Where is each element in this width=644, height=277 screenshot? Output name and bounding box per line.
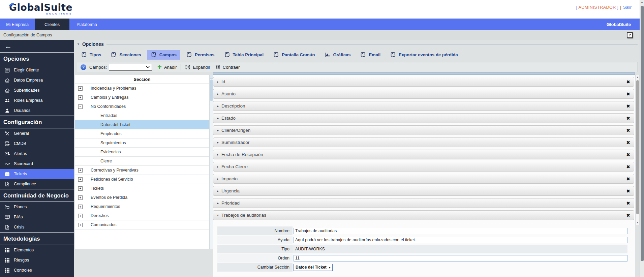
scroll-thumb[interactable] — [636, 80, 639, 214]
sidebar-item-crisis[interactable]: Crisis — [0, 222, 74, 232]
plus-icon[interactable]: + — [157, 64, 162, 70]
tree-row-tickets[interactable]: +Tickets — [75, 184, 209, 193]
tab-exportar-eventos[interactable]: Exportar eventos de pérdida — [387, 50, 462, 60]
close-icon[interactable]: ✖ — [626, 176, 630, 182]
field-bar-trabajos-auditorias[interactable]: ▾Trabajos de auditorias✖ — [213, 210, 634, 220]
expand-icon[interactable] — [185, 64, 190, 70]
scroll-thumb[interactable] — [210, 80, 213, 101]
nav-item-clientes[interactable]: Clientes — [35, 19, 69, 30]
sidebar-item-usuarios[interactable]: Usuarios — [0, 105, 74, 116]
sidebar-item-auditorias[interactable]: Auditorías — [0, 275, 74, 277]
tab-email[interactable]: Email — [357, 50, 384, 60]
tree-row-comunicados[interactable]: +Comunicados — [75, 220, 209, 229]
close-icon[interactable]: ✖ — [626, 164, 630, 170]
sidebar-item-alertas[interactable]: Alertas — [0, 149, 74, 159]
close-icon[interactable]: ✖ — [626, 140, 630, 145]
tree-row-cierre[interactable]: Cierre — [75, 157, 209, 166]
field-bar-suministrador[interactable]: ▸Suministrador✖ — [213, 137, 634, 147]
page-scrollbar[interactable]: ▲ — [640, 0, 644, 277]
close-icon[interactable]: ✖ — [626, 188, 630, 194]
collapse-icon[interactable] — [215, 64, 220, 70]
sidebar-item-general[interactable]: General — [0, 128, 74, 138]
sidebar-item-tickets[interactable]: Tickets — [0, 169, 74, 179]
sidebar-item-planes[interactable]: Planes — [0, 202, 74, 212]
expand-toggle[interactable]: + — [78, 214, 83, 218]
expand-toggle[interactable]: + — [78, 86, 83, 91]
field-bar-fecha-recepcion[interactable]: ▸Fecha de Recepción✖ — [213, 150, 634, 159]
fields-scrollbar[interactable]: ▲ ▼ — [636, 75, 640, 225]
close-icon[interactable]: ✖ — [626, 116, 630, 121]
close-icon[interactable]: ✖ — [626, 213, 630, 218]
field-bar-estado[interactable]: ▸Estado✖ — [213, 113, 634, 123]
sidebar-item-cmdb[interactable]: CMDB — [0, 138, 74, 149]
tree-row-seguimientos[interactable]: Seguimientos — [75, 138, 209, 148]
add-button[interactable]: Añadir — [164, 65, 177, 70]
collapse-toggle[interactable]: − — [78, 104, 83, 109]
expand-button[interactable]: Expandir — [193, 65, 210, 70]
nombre-input[interactable] — [294, 228, 627, 234]
field-bar-id[interactable]: ▸Id✖ — [213, 77, 634, 87]
tree-row-cambios[interactable]: +Cambios y Entregas — [75, 93, 209, 102]
tree-row-correctivas[interactable]: +Correctivas y Preventivas — [75, 166, 209, 175]
close-icon[interactable]: ✖ — [626, 128, 630, 133]
cambiar-seccion-select[interactable]: Datos del Ticket ▾ — [294, 264, 333, 271]
close-icon[interactable]: ✖ — [626, 79, 630, 85]
tree-row-entradas[interactable]: Entradas — [75, 111, 209, 120]
scroll-down-button[interactable]: ▼ — [636, 221, 639, 225]
close-icon[interactable]: ✖ — [626, 152, 630, 157]
expand-toggle[interactable]: + — [78, 186, 83, 191]
tab-tabla-principal[interactable]: Tabla Principal — [221, 50, 268, 60]
tree-row-requerimientos[interactable]: +Requerimientos — [75, 202, 209, 211]
orden-input[interactable] — [294, 255, 627, 261]
expand-toggle[interactable]: + — [78, 223, 83, 227]
close-icon[interactable]: ✖ — [626, 103, 630, 109]
scroll-up-button[interactable]: ▲ — [636, 75, 639, 79]
sidebar-item-datos-empresa[interactable]: Datos Empresa — [0, 75, 74, 85]
tree-row-derechos[interactable]: +Derechos — [75, 211, 209, 220]
field-bar-impacto[interactable]: ▸Impacto✖ — [213, 174, 634, 184]
sidebar-item-controles[interactable]: Controles — [0, 265, 74, 275]
sidebar-item-roles-empresa[interactable]: Roles Empresa — [0, 95, 74, 105]
tab-tipos[interactable]: Tipos — [78, 50, 105, 60]
sidebar-item-riesgos[interactable]: Riesgos — [0, 255, 74, 265]
nav-item-mi-empresa[interactable]: Mi Empresa — [0, 19, 35, 30]
globalsuite-logo[interactable]: GlobalSuite SOLUTIONS — [9, 2, 72, 15]
sidebar-item-bias[interactable]: BIAs — [0, 212, 74, 222]
scroll-up-button[interactable]: ▲ — [640, 0, 644, 5]
tab-pantalla-comun[interactable]: Pantalla Común — [270, 50, 318, 60]
expand-toggle[interactable]: + — [78, 95, 83, 100]
tree-row-datos-del-ticket[interactable]: Datos del Ticket — [75, 120, 209, 129]
collapse-triangle-icon[interactable]: ▼ — [77, 42, 80, 46]
field-bar-urgencia[interactable]: ▸Urgencia✖ — [213, 186, 634, 196]
tab-campos[interactable]: Campos — [147, 50, 180, 60]
expand-toggle[interactable]: + — [78, 168, 83, 173]
tree-row-no-conformidades[interactable]: −No Conformidades — [75, 102, 209, 111]
field-bar-cliente-origen[interactable]: ▸Cliente/Origen✖ — [213, 125, 634, 135]
tab-permisos[interactable]: Permisos — [183, 50, 218, 60]
close-icon[interactable]: ✖ — [626, 201, 630, 206]
sidebar-item-compliance[interactable]: Compliance — [0, 179, 74, 189]
tree-row-eventos-perdida[interactable]: +Eventos de Pérdida — [75, 193, 209, 202]
scroll-up-button[interactable] — [210, 75, 213, 79]
campos-select[interactable] — [109, 64, 152, 71]
expand-toggle[interactable]: + — [78, 195, 83, 200]
help-circle-icon[interactable]: ? — [81, 64, 86, 70]
back-button[interactable]: ← — [0, 40, 74, 52]
nav-item-plataforma[interactable]: Plataforma — [69, 19, 104, 30]
collapse-button[interactable]: Contraer — [223, 65, 240, 70]
close-icon[interactable]: ✖ — [626, 91, 630, 97]
field-bar-descripcion[interactable]: ▸Descripcion✖ — [213, 101, 634, 111]
scroll-thumb[interactable] — [641, 6, 644, 261]
tab-secciones[interactable]: Secciones — [107, 50, 145, 60]
tree-row-empleados[interactable]: Empleados — [75, 129, 209, 138]
ayuda-input[interactable] — [294, 237, 627, 243]
sidebar-item-scorecard[interactable]: Scorecard — [0, 159, 74, 169]
expand-toggle[interactable]: + — [78, 205, 83, 209]
tab-graficas[interactable]: Gráficas — [321, 50, 354, 60]
help-icon[interactable]: ? — [627, 32, 633, 38]
nav-globalsuite-link[interactable]: GlobalSuite — [607, 19, 640, 30]
expand-toggle[interactable]: + — [78, 177, 83, 182]
sidebar-item-subentidades[interactable]: Subentidades — [0, 85, 74, 95]
sidebar-item-elegir-cliente[interactable]: Elegir Cliente — [0, 65, 74, 75]
field-bar-prioridad[interactable]: ▸Prioridad✖ — [213, 198, 634, 208]
